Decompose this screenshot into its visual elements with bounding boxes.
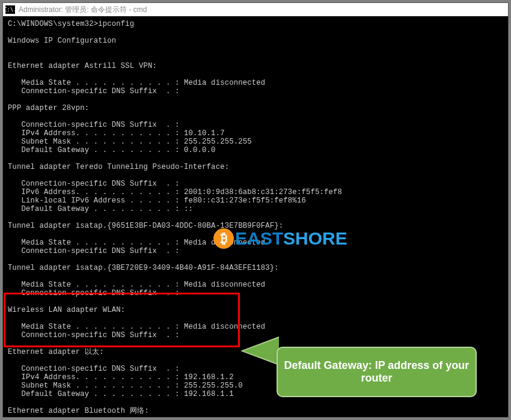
adapter-ethernet-dns: Connection-specific DNS Suffix . : (8, 365, 180, 373)
adapter-wlan-dns: Connection-specific DNS Suffix . : (8, 331, 180, 339)
adapter-28vpn-mask: Subnet Mask . . . . . . . . . . . : 255.… (8, 138, 252, 146)
adapter-wlan-media: Media State . . . . . . . . . . . : Medi… (8, 323, 265, 331)
adapter-isatap2-title: Tunnel adapter isatap.{3BE720E9-3409-4B4… (8, 264, 279, 272)
titlebar[interactable]: C:\. Administrator: 管理员: 命令提示符 - cmd (3, 3, 508, 16)
adapter-28vpn-title: PPP adapter 28vpn: (8, 104, 89, 112)
adapter-isatap2-dns: Connection-specific DNS Suffix . : (8, 289, 180, 297)
adapter-astrill-media: Media State . . . . . . . . . . . : Medi… (8, 79, 265, 87)
callout-text: Default Gateway: IP address of your rout… (283, 359, 471, 385)
adapter-ethernet-ipv4: IPv4 Address. . . . . . . . . . . : 192.… (8, 373, 234, 382)
callout-gateway-explainer: Default Gateway: IP address of your rout… (277, 347, 477, 397)
adapter-teredo-dns: Connection-specific DNS Suffix . : (8, 180, 180, 188)
adapter-astrill-dns: Connection-specific DNS Suffix . : (8, 87, 180, 96)
adapter-isatap1-dns: Connection-specific DNS Suffix . : (8, 247, 180, 255)
adapter-teredo-linklocal: Link-local IPv6 Address . . . . . : fe80… (8, 196, 306, 205)
adapter-ethernet-gateway: Default Gateway . . . . . . . . . : 192.… (8, 390, 234, 398)
watermark-text-1: EAST (235, 228, 283, 249)
watermark-eastshore: ₿ EASTSHORE (213, 228, 347, 249)
adapter-astrill-title: Ethernet adapter Astrill SSL VPN: (8, 62, 157, 70)
watermark-text-2: SHORE (283, 228, 347, 249)
adapter-ethernet-title: Ethernet adapter 以太: (8, 348, 104, 356)
adapter-teredo-title: Tunnel adapter Teredo Tunneling Pseudo-I… (8, 163, 229, 171)
adapter-isatap2-media: Media State . . . . . . . . . . . : Medi… (8, 281, 265, 289)
window-title: Administrator: 管理员: 命令提示符 - cmd (19, 5, 147, 15)
prompt-line: C:\WINDOWS\system32>ipconfig (8, 20, 134, 28)
adapter-ethernet-mask: Subnet Mask . . . . . . . . . . . : 255.… (8, 382, 243, 390)
adapter-28vpn-gateway: Default Gateway . . . . . . . . . : 0.0.… (8, 146, 216, 154)
adapter-28vpn-ipv4: IPv4 Address. . . . . . . . . . . : 10.1… (8, 129, 225, 138)
adapter-28vpn-dns: Connection-specific DNS Suffix . : (8, 121, 180, 129)
callout-pointer (243, 338, 279, 364)
adapter-teredo-gateway: Default Gateway . . . . . . . . . : :: (8, 205, 193, 213)
cmd-icon: C:\. (5, 5, 15, 14)
ipconfig-header: Windows IP Configuration (8, 37, 116, 45)
adapter-bluetooth-title: Ethernet adapter Bluetooth 网络: (8, 407, 149, 415)
adapter-wlan-title: Wireless LAN adapter WLAN: (8, 306, 125, 314)
adapter-teredo-ipv6: IPv6 Address. . . . . . . . . . . : 2001… (8, 188, 342, 196)
bitcoin-icon: ₿ (213, 228, 234, 249)
